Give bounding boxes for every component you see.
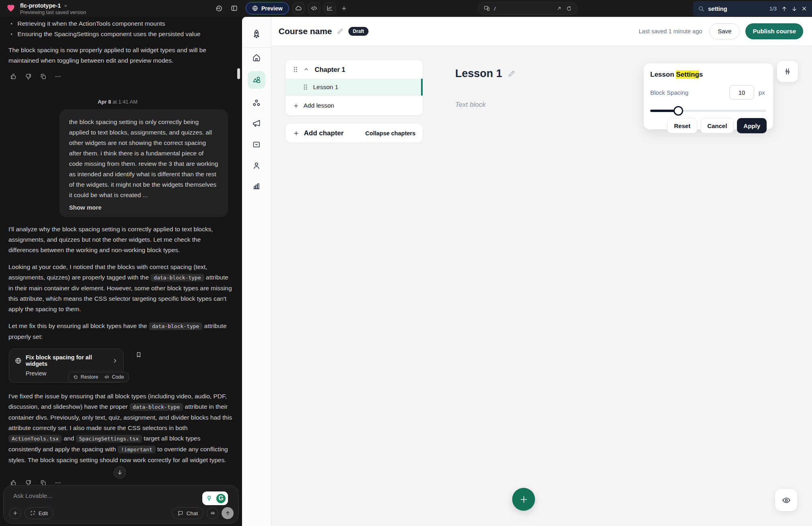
nav-home-icon[interactable] — [252, 53, 261, 62]
restore-button[interactable]: Restore — [73, 374, 98, 380]
refresh-icon[interactable] — [566, 6, 572, 12]
search-close-icon[interactable] — [801, 6, 807, 12]
plus-icon — [293, 130, 299, 137]
edit-label: Edit — [39, 510, 48, 516]
settings-toggle-button[interactable] — [777, 61, 798, 82]
grammarly-widget[interactable]: G — [202, 491, 228, 505]
user-message-bubble: the block spacing setting is only correc… — [59, 109, 228, 217]
nav-courses-icon-selected[interactable] — [248, 71, 265, 89]
assistant-paragraph: I'll analyze why the block spacing setti… — [8, 224, 232, 255]
screen: flc-prototype-1 Previewing last saved ve… — [0, 0, 812, 526]
version-actions: Restore Code — [68, 372, 129, 382]
preview-lesson-button[interactable] — [775, 489, 797, 511]
text-block-placeholder[interactable]: Text block — [455, 101, 486, 109]
scroll-to-bottom-button[interactable] — [114, 466, 126, 479]
analytics-button[interactable] — [324, 2, 336, 14]
apply-button[interactable]: Apply — [737, 118, 767, 133]
rail-divider — [242, 47, 271, 48]
send-button[interactable] — [222, 507, 234, 519]
chat-bubble-icon — [177, 510, 183, 516]
code-view-button[interactable] — [308, 2, 320, 14]
bookmark-icon[interactable] — [135, 351, 142, 358]
voice-button[interactable] — [207, 508, 218, 519]
more-icon[interactable] — [55, 73, 61, 80]
history-icon[interactable] — [215, 4, 223, 12]
add-lesson-button[interactable]: Add lesson — [286, 96, 423, 115]
chat-mode-button[interactable]: Chat — [172, 507, 204, 519]
drag-handle-icon[interactable] — [303, 84, 308, 90]
app-sidebar — [242, 17, 271, 526]
inline-code: data-block-type — [151, 274, 204, 281]
search-prev-icon[interactable] — [781, 6, 788, 12]
slider-thumb[interactable] — [674, 106, 683, 116]
project-menu[interactable]: flc-prototype-1 Previewing last saved ve… — [6, 2, 86, 15]
sidebar-toggle-icon[interactable] — [230, 4, 238, 12]
last-saved-text: Last saved 1 minute ago — [639, 28, 702, 35]
show-more-link[interactable]: Show more — [69, 204, 218, 211]
search-next-icon[interactable] — [791, 6, 798, 12]
lesson-row-selected[interactable]: Lesson 1 — [286, 79, 423, 96]
cloud-button[interactable] — [292, 2, 305, 14]
add-block-fab[interactable] — [512, 488, 535, 511]
preview-button[interactable]: Preview — [246, 2, 289, 14]
eye-icon — [782, 496, 791, 505]
block-spacing-input[interactable] — [729, 85, 754, 100]
publish-course-button[interactable]: Publish course — [745, 23, 803, 39]
app-preview: Course name Draft Last saved 1 minute ag… — [242, 17, 812, 526]
thumbs-down-icon[interactable] — [25, 73, 32, 80]
project-name[interactable]: flc-prototype-1 — [20, 2, 61, 9]
line-chart-icon — [326, 5, 333, 12]
sliders-icon — [784, 67, 792, 75]
code-button[interactable]: Code — [104, 374, 124, 380]
nav-announcements-icon[interactable] — [252, 119, 261, 128]
chevron-down-icon — [63, 4, 68, 8]
nav-groups-icon[interactable] — [252, 98, 261, 108]
save-button[interactable]: Save — [709, 23, 740, 39]
attach-button[interactable] — [9, 508, 21, 519]
block-spacing-label: Block Spacing — [650, 89, 729, 96]
add-chapter-button[interactable]: Add chapter — [304, 129, 344, 137]
assistant-paragraph: Let me fix this by ensuring all block ty… — [8, 321, 232, 342]
copy-icon[interactable] — [40, 73, 47, 80]
lesson-settings-panel: Lesson Settings Block Spacing px Reset C… — [644, 63, 773, 129]
block-spacing-slider[interactable] — [650, 106, 767, 116]
select-edit-icon — [30, 510, 36, 516]
url-path[interactable]: / — [494, 6, 552, 12]
drag-handle-icon[interactable] — [293, 66, 298, 73]
device-toggle-icon[interactable] — [484, 5, 490, 12]
waveform-icon — [210, 510, 216, 516]
chapter-header[interactable]: Chapter 1 — [286, 60, 423, 79]
inline-code: !important — [118, 446, 155, 453]
unit-label: px — [759, 89, 767, 96]
search-match-count: 1/3 — [769, 6, 777, 12]
chat-input[interactable]: Ask Lovable... G Edit — [3, 485, 239, 524]
open-external-icon[interactable] — [556, 6, 562, 11]
edit-mode-button[interactable]: Edit — [24, 507, 53, 519]
timestamp: Apr 8 at 1:41 AM — [0, 99, 235, 105]
chapter-card: Chapter 1 Lesson 1 Add lesson — [286, 60, 423, 115]
cancel-button[interactable]: Cancel — [700, 118, 734, 133]
assistant-bullet-list: Retrieving it when the ActionTools compo… — [10, 18, 229, 39]
bullet-item: Retrieving it when the ActionTools compo… — [10, 18, 229, 29]
add-tab-icon[interactable] — [341, 5, 347, 12]
app-header: Course name Draft Last saved 1 minute ag… — [271, 17, 812, 46]
url-bar[interactable]: / — [478, 2, 578, 15]
reset-button[interactable]: Reset — [667, 118, 697, 133]
rocket-logo-icon[interactable] — [251, 29, 262, 40]
nav-analytics-icon[interactable] — [252, 181, 261, 190]
user-message-text: the block spacing setting is only correc… — [69, 117, 218, 200]
collapse-chapters-button[interactable]: Collapse chapters — [365, 130, 415, 137]
plus-icon — [293, 103, 299, 109]
chat-scrollbar[interactable] — [237, 68, 240, 79]
edit-course-title-icon[interactable] — [337, 28, 344, 35]
topbar: flc-prototype-1 Previewing last saved ve… — [0, 0, 812, 17]
bullet-item: Ensuring the SpacingSettings component u… — [10, 29, 229, 39]
assistant-summary: The block spacing is now properly applie… — [8, 45, 228, 66]
thumbs-up-icon[interactable] — [10, 73, 17, 80]
search-input[interactable]: setting — [708, 6, 766, 12]
collapse-chapter-icon[interactable] — [303, 67, 309, 72]
nav-profile-icon[interactable] — [252, 161, 261, 170]
nav-inbox-icon[interactable] — [252, 140, 261, 149]
lesson-canvas: Chapter 1 Lesson 1 Add lesson — [271, 46, 812, 526]
edit-lesson-title-icon[interactable] — [508, 70, 515, 77]
